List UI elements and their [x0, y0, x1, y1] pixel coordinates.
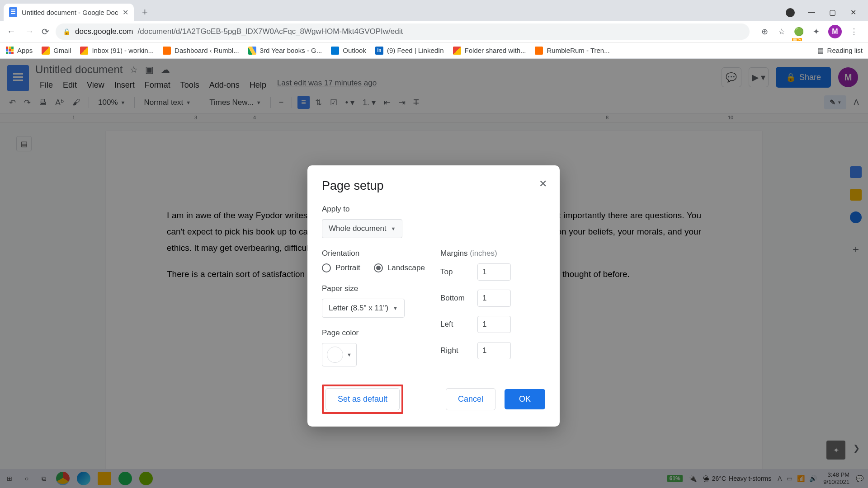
- browser-chrome: Untitled document - Google Doc ✕ + — ▢ ✕…: [0, 0, 868, 59]
- apply-to-label: Apply to: [322, 205, 545, 214]
- bookmark-rumblerum[interactable]: RumbleRum - Tren...: [535, 47, 609, 55]
- margin-bottom-input[interactable]: [477, 290, 511, 307]
- gmail-icon: [42, 47, 50, 55]
- outlook-icon: [331, 47, 339, 55]
- orientation-label: Orientation: [322, 249, 427, 258]
- extensions-puzzle-icon[interactable]: ✦: [811, 27, 821, 37]
- color-swatch: [327, 347, 343, 363]
- reading-list-icon: ▤: [817, 47, 824, 55]
- back-button[interactable]: ←: [5, 26, 17, 37]
- margin-top-label: Top: [440, 267, 473, 277]
- chrome-account-icon[interactable]: [786, 8, 795, 17]
- margin-top-input[interactable]: [477, 263, 511, 281]
- gmail-icon: [453, 47, 461, 55]
- margin-right-input[interactable]: [477, 342, 511, 359]
- bookmark-inbox[interactable]: Inbox (91) - workin...: [80, 47, 154, 55]
- radio-icon: [322, 263, 331, 272]
- bookmark-gmail[interactable]: Gmail: [42, 47, 71, 55]
- set-default-highlight: Set as default: [322, 385, 403, 414]
- zoom-icon[interactable]: ⊕: [760, 27, 769, 37]
- tab-bar: Untitled document - Google Doc ✕ + — ▢ ✕: [0, 0, 868, 21]
- paper-size-label: Paper size: [322, 284, 427, 293]
- page-setup-dialog: Page setup ✕ Apply to Whole document▼ Or…: [307, 165, 560, 427]
- ok-button[interactable]: OK: [505, 389, 545, 409]
- apply-to-dropdown[interactable]: Whole document▼: [322, 219, 402, 238]
- gmail-icon: [80, 47, 88, 55]
- site-icon: [535, 47, 543, 55]
- docs-favicon: [9, 7, 17, 17]
- url-path: /document/d/1A2TGoEB-5pgB_lDX7W0AcFqc_8W…: [138, 27, 403, 36]
- url-input[interactable]: 🔒 docs.google.com/document/d/1A2TGoEB-5p…: [56, 23, 750, 40]
- address-bar: ← → ⟳ 🔒 docs.google.com/document/d/1A2TG…: [0, 21, 868, 42]
- dialog-title: Page setup: [322, 179, 545, 193]
- extension-icon[interactable]: 🟢BETA: [794, 27, 804, 37]
- apps-bookmark[interactable]: Apps: [5, 47, 33, 55]
- star-icon[interactable]: ☆: [777, 27, 787, 37]
- margin-left-label: Left: [440, 320, 473, 329]
- chrome-menu-icon[interactable]: ⋮: [849, 27, 859, 37]
- window-controls: — ▢ ✕: [786, 8, 864, 17]
- minimize-icon[interactable]: —: [807, 8, 816, 17]
- profile-avatar[interactable]: M: [828, 25, 842, 38]
- page-color-picker[interactable]: ▼: [322, 343, 357, 366]
- browser-tab[interactable]: Untitled document - Google Doc ✕: [4, 4, 134, 21]
- bookmark-linkedin[interactable]: in(9) Feed | LinkedIn: [375, 47, 444, 55]
- site-icon: [163, 47, 171, 55]
- drive-icon: [248, 47, 256, 55]
- close-window-icon[interactable]: ✕: [849, 8, 857, 17]
- apps-icon: [5, 47, 14, 55]
- reading-list-button[interactable]: ▤ Reading list: [817, 47, 863, 55]
- set-as-default-button[interactable]: Set as default: [326, 388, 400, 410]
- address-right-icons: ⊕ ☆ 🟢BETA ✦ M ⋮: [756, 25, 863, 38]
- bookmark-drive[interactable]: 3rd Year books - G...: [248, 47, 322, 55]
- cancel-button[interactable]: Cancel: [446, 388, 495, 410]
- margins-label: Margins (inches): [440, 249, 545, 258]
- maximize-icon[interactable]: ▢: [828, 8, 836, 17]
- new-tab-button[interactable]: +: [137, 5, 152, 19]
- linkedin-icon: in: [375, 47, 383, 55]
- radio-icon: [374, 263, 383, 272]
- margin-right-label: Right: [440, 346, 473, 355]
- app-area: Untitled document ☆ ▣ ☁ File Edit View I…: [0, 59, 868, 488]
- lock-icon: 🔒: [63, 28, 71, 35]
- bookmark-folder[interactable]: Folder shared with...: [453, 47, 526, 55]
- url-domain: docs.google.com: [75, 27, 133, 36]
- margin-left-input[interactable]: [477, 316, 511, 333]
- bookmark-outlook[interactable]: Outlook: [331, 47, 366, 55]
- paper-size-dropdown[interactable]: Letter (8.5" x 11")▼: [322, 299, 405, 318]
- tab-title: Untitled document - Google Doc: [22, 9, 118, 16]
- dialog-close-button[interactable]: ✕: [539, 178, 547, 190]
- reload-button[interactable]: ⟳: [42, 26, 49, 37]
- page-color-label: Page color: [322, 328, 427, 338]
- bookmark-dashboard[interactable]: Dashboard ‹ Rumbl...: [163, 47, 239, 55]
- tab-close-icon[interactable]: ✕: [123, 8, 128, 17]
- landscape-radio[interactable]: Landscape: [374, 263, 425, 272]
- forward-button[interactable]: →: [24, 26, 35, 37]
- bookmarks-bar: Apps Gmail Inbox (91) - workin... Dashbo…: [0, 42, 868, 59]
- margin-bottom-label: Bottom: [440, 294, 473, 303]
- portrait-radio[interactable]: Portrait: [322, 263, 360, 272]
